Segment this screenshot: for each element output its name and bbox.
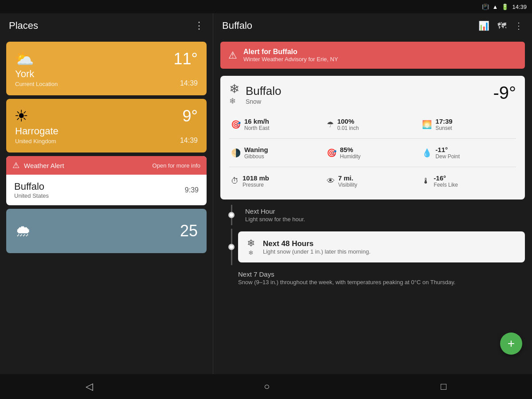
chart-icon[interactable]: 📊	[478, 20, 489, 31]
buffalo-time: 9:39	[185, 186, 199, 194]
timeline-next48: ❄ ❄ Next 48 Hours Light snow (under 1 in…	[213, 229, 532, 265]
moon-label: Gibbous	[244, 153, 268, 160]
buffalo-card-body: Buffalo United States 9:39	[6, 175, 207, 205]
wind-detail: 🎯 16 km/h North East	[229, 113, 325, 136]
alert-triangle-icon: ⚠	[12, 160, 20, 170]
add-location-button[interactable]: +	[500, 332, 522, 355]
weather-details-row2: 🌗 Waning Gibbous 🎯 85% Humidity 💧	[229, 141, 516, 164]
dewpoint-icon: 💧	[422, 148, 432, 158]
left-panel-title: Places	[9, 20, 38, 31]
harrogate-subtitle: United Kingdom	[15, 138, 59, 145]
rain-label: 0.01 inch	[337, 125, 359, 131]
buffalo-card[interactable]: ⚠ Weather Alert Open for more info Buffa…	[6, 156, 207, 205]
weather-card-left: ❄ ❄ Buffalo Snow	[229, 83, 281, 106]
wind-label: North East	[244, 125, 270, 131]
buffalo-country: United States	[14, 192, 49, 199]
left-panel: Places ⋮ ⛅ 11° York Current Location 14:…	[0, 13, 213, 374]
vibrate-icon: 📳	[482, 4, 489, 10]
map-icon[interactable]: 🗺	[497, 21, 506, 31]
buffalo-weather-condition: Snow	[246, 98, 281, 105]
grey-card-temp: 25	[180, 222, 198, 240]
weather-details-row1: 🎯 16 km/h North East ☂ 100% 0.01 inch 🌅	[229, 113, 516, 136]
feelslike-detail: 🌡 -16° Feels Like	[420, 170, 516, 192]
pressure-label: Pressure	[243, 182, 269, 188]
harrogate-temp: 9°	[183, 107, 198, 125]
main-content: Places ⋮ ⛅ 11° York Current Location 14:…	[0, 13, 532, 374]
harrogate-card[interactable]: ☀ 9° Harrogate United Kingdom 14:39	[6, 99, 207, 153]
cards-container: ⛅ 11° York Current Location 14:39 ☀ 9°	[0, 38, 213, 374]
wind-icon: 🎯	[231, 120, 241, 129]
buffalo-weather-card: ❄ ❄ Buffalo Snow -9° 🎯 16 km/h North	[220, 76, 525, 200]
visibility-icon: 👁	[327, 176, 335, 186]
york-subtitle: Current Location	[15, 81, 58, 87]
buffalo-weather-city: Buffalo	[246, 84, 281, 98]
timeline-nexthour: Next Hour Light snow for the hour.	[213, 205, 532, 225]
rain-value: 100%	[337, 117, 359, 125]
home-button[interactable]: ○	[264, 381, 270, 392]
alert-banner[interactable]: ⚠ Alert for Buffalo Winter Weather Advis…	[220, 42, 525, 69]
dewpoint-label: Dew Point	[435, 153, 460, 160]
status-bar: 📳 ▲ 🔋 14:39	[0, 0, 532, 13]
harrogate-time: 14:39	[180, 137, 198, 145]
harrogate-card-top: 9°	[15, 107, 198, 125]
humidity-value: 85%	[340, 146, 361, 153]
next-hour-section: Next Hour Light snow for the hour.	[245, 207, 525, 223]
next-hour-desc: Light snow for the hour.	[245, 216, 525, 223]
wind-value: 16 km/h	[244, 117, 270, 125]
left-menu-button[interactable]: ⋮	[194, 20, 204, 31]
visibility-value: 7 mi.	[338, 174, 357, 182]
pressure-value: 1018 mb	[243, 174, 269, 182]
york-temp: 11°	[174, 50, 198, 68]
rain-detail: ☂ 100% 0.01 inch	[325, 113, 421, 136]
york-card-top: 11°	[15, 50, 198, 68]
york-city: York	[15, 68, 58, 80]
alert-banner-icon: ⚠	[228, 50, 237, 61]
buffalo-alert-open: Open for more info	[153, 162, 200, 169]
sunset-detail: 🌅 17:39 Sunset	[420, 113, 516, 136]
weather-card-header: ❄ ❄ Buffalo Snow -9°	[229, 83, 516, 106]
dewpoint-detail: 💧 -11° Dew Point	[420, 141, 516, 164]
weather-divider-2	[229, 167, 516, 167]
alert-banner-content: Alert for Buffalo Winter Weather Advisor…	[243, 48, 338, 63]
next-7-section: Next 7 Days Snow (9–13 in.) throughout t…	[238, 270, 525, 286]
recents-button[interactable]: □	[441, 381, 446, 392]
moon-detail: 🌗 Waning Gibbous	[229, 141, 325, 164]
alert-banner-title: Alert for Buffalo	[243, 48, 338, 56]
left-header: Places ⋮	[0, 13, 213, 38]
buffalo-alert-bar: ⚠ Weather Alert Open for more info	[6, 156, 207, 175]
york-card[interactable]: ⛅ 11° York Current Location 14:39	[6, 42, 207, 95]
harrogate-city: Harrogate	[15, 125, 59, 137]
feelslike-value: -16°	[434, 174, 458, 182]
next-7-title: Next 7 Days	[238, 270, 525, 278]
weather-details-row3: ⏱ 1018 mb Pressure 👁 7 mi. Visibility 🌡	[229, 170, 516, 192]
york-time: 14:39	[180, 79, 198, 87]
sunset-label: Sunset	[435, 125, 452, 131]
humidity-icon: 🎯	[327, 148, 336, 158]
visibility-label: Visibility	[338, 182, 357, 188]
bottom-nav: ◁ ○ □	[0, 374, 532, 399]
grey-card[interactable]: 🌧 25	[6, 209, 207, 253]
feelslike-label: Feels Like	[434, 182, 458, 188]
back-button[interactable]: ◁	[86, 381, 93, 392]
moon-value: Waning	[244, 146, 268, 153]
humidity-detail: 🎯 85% Humidity	[325, 141, 421, 164]
harrogate-card-bottom: Harrogate United Kingdom 14:39	[15, 125, 198, 145]
pressure-icon: ⏱	[231, 176, 239, 186]
wifi-icon: ▲	[493, 4, 498, 10]
next-48-title: Next 48 Hours	[263, 239, 371, 248]
buffalo-alert-text: Weather Alert	[24, 162, 64, 169]
status-time: 14:39	[512, 4, 527, 10]
grey-card-weather-icon: 🌧	[15, 222, 31, 240]
right-panel-title: Buffalo	[222, 20, 252, 31]
moon-icon: 🌗	[231, 148, 241, 158]
pressure-detail: ⏱ 1018 mb Pressure	[229, 170, 325, 192]
more-icon[interactable]: ⋮	[514, 20, 523, 31]
next48-snow-icon: ❄	[247, 238, 255, 249]
battery-icon: 🔋	[501, 4, 509, 10]
buffalo-city: Buffalo	[14, 181, 49, 192]
weather-divider	[229, 138, 516, 139]
dewpoint-value: -11°	[435, 146, 460, 153]
umbrella-icon: ☂	[327, 120, 334, 129]
sunset-value: 17:39	[435, 117, 452, 125]
visibility-detail: 👁 7 mi. Visibility	[325, 170, 421, 192]
